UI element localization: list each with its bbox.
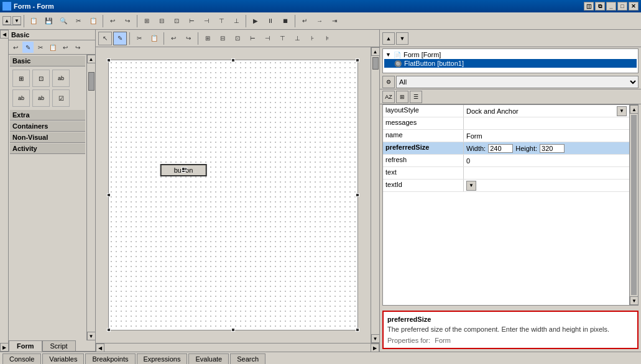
- design-tb-align6[interactable]: ⊤: [275, 32, 289, 45]
- tb-btn-15[interactable]: ⇥: [328, 14, 341, 28]
- design-tb-align1[interactable]: ⊞: [201, 32, 214, 45]
- restore-btn[interactable]: ◫: [584, 2, 594, 11]
- prop-scrollbar-thumb[interactable]: [631, 115, 637, 295]
- tb-btn-7[interactable]: ⊟: [155, 14, 168, 28]
- design-tb-pointer[interactable]: ✎: [113, 32, 127, 45]
- canvas-scroll-down[interactable]: ▼: [371, 334, 380, 343]
- handle-tm[interactable]: [231, 58, 235, 62]
- prop-value-messages[interactable]: [464, 117, 629, 129]
- width-input[interactable]: 240: [488, 144, 513, 153]
- comp-icon-table[interactable]: ⊡: [32, 70, 50, 87]
- canvas-scroll-right[interactable]: ▶: [371, 344, 379, 352]
- design-tb-5[interactable]: ↩: [167, 32, 180, 45]
- panel-tb-4[interactable]: 📋: [47, 42, 58, 53]
- handle-tl[interactable]: [107, 58, 111, 62]
- design-tb-select[interactable]: ↖: [98, 32, 112, 45]
- design-tb-align5[interactable]: ⊣: [261, 32, 274, 45]
- handle-bm[interactable]: [231, 328, 235, 332]
- handle-mr[interactable]: [356, 193, 359, 197]
- panel-tb-6[interactable]: ↪: [72, 42, 83, 53]
- design-tb-align7[interactable]: ⊥: [290, 32, 304, 45]
- design-tb-6[interactable]: ↪: [182, 32, 195, 45]
- prop-nav-up[interactable]: ▲: [382, 32, 395, 45]
- tree-item-form[interactable]: ▼ 📄 Form [Form]: [384, 50, 637, 59]
- comp-scroll-down[interactable]: ▼: [87, 332, 96, 340]
- design-tb-align8[interactable]: ⊦: [305, 32, 319, 45]
- restore2-btn[interactable]: ⧉: [595, 2, 605, 11]
- prop-value-textid[interactable]: ▼: [464, 180, 629, 191]
- tree-item-button[interactable]: 🔘 FlatButton [button1]: [384, 59, 637, 68]
- tb-btn-10[interactable]: ⊣: [200, 14, 213, 28]
- prop-value-preferredsize[interactable]: Width: 240 Height: 320: [464, 142, 629, 154]
- panel-tb-2[interactable]: ✎: [22, 42, 34, 53]
- filter-icon[interactable]: ⚙: [382, 76, 395, 88]
- evaluate-tab[interactable]: Evaluate: [188, 353, 229, 364]
- tb-btn-13[interactable]: ↵: [298, 14, 311, 28]
- canvas-scroll-thumb[interactable]: [372, 57, 379, 70]
- breakpoints-tab[interactable]: Breakpoints: [85, 353, 135, 364]
- tb-btn-play[interactable]: ▶: [249, 14, 262, 28]
- sort-list-btn[interactable]: ☰: [410, 91, 422, 103]
- tb-btn-14[interactable]: →: [313, 14, 326, 28]
- panel-tb-1[interactable]: ↩: [10, 42, 21, 53]
- arrow-up[interactable]: ▲: [2, 16, 11, 25]
- panel-tb-5[interactable]: ↩: [60, 42, 71, 53]
- canvas-scrollbar-h-track[interactable]: [104, 344, 371, 352]
- handle-bl[interactable]: [107, 328, 111, 332]
- edge-down[interactable]: ▶: [0, 343, 9, 352]
- extra-section-header[interactable]: Extra: [10, 110, 85, 121]
- panel-tb-3[interactable]: ✂: [35, 42, 46, 53]
- sort-cat-btn[interactable]: ⊞: [396, 91, 408, 103]
- handle-tr[interactable]: [356, 58, 359, 62]
- activity-section-header[interactable]: Activity: [10, 143, 85, 154]
- comp-scrollbar-thumb[interactable]: [88, 72, 95, 91]
- handle-br[interactable]: [356, 328, 359, 332]
- variables-tab[interactable]: Variables: [42, 353, 84, 364]
- basic-section-header[interactable]: Basic: [10, 56, 85, 66]
- layoutstyle-dropdown[interactable]: ▼: [617, 106, 627, 116]
- textid-dropdown[interactable]: ▼: [466, 181, 476, 191]
- comp-icon-ab2[interactable]: ab: [12, 89, 30, 107]
- tb-btn-6[interactable]: ⊞: [140, 14, 154, 28]
- arrow-down[interactable]: ▼: [12, 16, 21, 25]
- tb-btn-redo[interactable]: ↪: [121, 14, 134, 28]
- form-tab[interactable]: Form: [9, 340, 42, 352]
- height-input[interactable]: 320: [540, 144, 565, 153]
- search-tab[interactable]: Search: [230, 353, 265, 364]
- comp-icon-check[interactable]: ☑: [52, 89, 70, 107]
- comp-scroll-up[interactable]: ▲: [87, 55, 96, 63]
- tb-btn-4[interactable]: ✂: [71, 14, 85, 28]
- script-tab[interactable]: Script: [42, 340, 76, 351]
- prop-scroll-down[interactable]: ▼: [630, 296, 639, 305]
- console-tab[interactable]: Console: [2, 353, 41, 364]
- containers-section-header[interactable]: Containers: [10, 121, 85, 132]
- tb-btn-5[interactable]: 📋: [86, 14, 100, 28]
- tb-btn-stop[interactable]: ⏹: [279, 14, 292, 28]
- comp-icon-ab3[interactable]: ab: [32, 89, 50, 107]
- design-canvas[interactable]: button: [108, 60, 358, 330]
- tb-btn-3[interactable]: 🔍: [57, 14, 70, 28]
- design-tb-4[interactable]: 📋: [147, 32, 161, 45]
- tb-btn-11[interactable]: ⊤: [214, 14, 228, 28]
- expressions-tab[interactable]: Expressions: [137, 353, 188, 364]
- tb-btn-undo[interactable]: ↩: [106, 14, 119, 28]
- canvas-scroll-left[interactable]: ◀: [96, 344, 104, 352]
- design-tb-align4[interactable]: ⊢: [246, 32, 259, 45]
- filter-select[interactable]: All: [396, 76, 639, 88]
- sort-az-btn[interactable]: AZ: [382, 91, 395, 103]
- prop-value-layoutstyle[interactable]: Dock and Anchor ▼: [464, 105, 629, 117]
- edge-up[interactable]: ◀: [0, 30, 9, 39]
- comp-icon-ab1[interactable]: ab: [52, 70, 70, 87]
- prop-value-text[interactable]: [464, 167, 629, 179]
- design-tb-align2[interactable]: ⊟: [216, 32, 229, 45]
- handle-ml[interactable]: [107, 193, 111, 197]
- prop-value-name[interactable]: Form: [464, 130, 629, 142]
- close-btn[interactable]: ✕: [629, 2, 639, 11]
- prop-scroll-up[interactable]: ▲: [630, 105, 639, 114]
- tb-btn-8[interactable]: ⊡: [170, 14, 183, 28]
- tb-btn-2[interactable]: 💾: [42, 14, 55, 28]
- tb-btn-1[interactable]: 📋: [27, 14, 40, 28]
- design-tb-align9[interactable]: ⊧: [320, 32, 334, 45]
- tb-btn-9[interactable]: ⊢: [185, 14, 198, 28]
- nonvisual-section-header[interactable]: Non-Visual: [10, 132, 85, 143]
